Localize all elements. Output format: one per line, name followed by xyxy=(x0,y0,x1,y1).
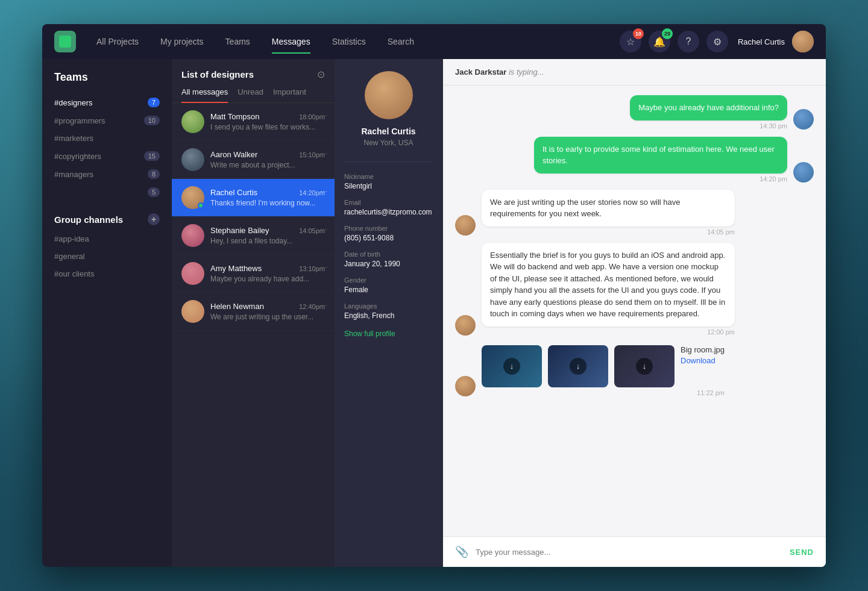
avatar-amy xyxy=(181,262,204,285)
attachment-thumb-3[interactable]: ↓ xyxy=(614,345,675,387)
attachment-info: Big room.jpg Download xyxy=(681,345,725,365)
attach-icon[interactable]: 📎 xyxy=(455,545,468,558)
sidebar-title: Teams xyxy=(42,71,172,93)
msg-options-icon[interactable]: ··· xyxy=(320,186,327,196)
panel-title: List of designers xyxy=(181,69,254,80)
star-badge: 10 xyxy=(633,28,644,39)
logo[interactable] xyxy=(54,31,76,52)
message-timestamp: 14:30 pm xyxy=(760,122,787,130)
nav-my-projects[interactable]: My projects xyxy=(152,32,212,51)
tab-important[interactable]: Important xyxy=(273,87,306,102)
sidebar-item-our-clients[interactable]: #our clients xyxy=(42,265,172,283)
profile-avatar xyxy=(365,71,413,119)
msg-preview: Thanks friend! I'm working now... xyxy=(210,199,325,207)
attachment-thumb-2[interactable]: ↓ xyxy=(548,345,608,387)
programmers-badge: 10 xyxy=(144,116,160,125)
search-icon[interactable]: ⊙ xyxy=(317,69,325,80)
msg-options-icon[interactable]: ··· xyxy=(320,110,327,120)
message-content-amy: Amy Matthews 13:10pm Maybe you already h… xyxy=(210,264,325,283)
message-bubble: Maybe you already have additional info? xyxy=(630,95,787,120)
msg-name: Helen Newman xyxy=(210,302,264,311)
navbar: All Projects My projects Teams Messages … xyxy=(42,24,826,59)
nav-statistics[interactable]: Statistics xyxy=(324,32,374,51)
show-full-profile-button[interactable]: Show full profile xyxy=(344,330,433,338)
msg-name: Amy Matthews xyxy=(210,264,262,273)
chat-avatar-sender xyxy=(793,162,814,183)
sidebar-item-general[interactable]: #general xyxy=(42,248,172,265)
user-avatar[interactable] xyxy=(792,31,814,52)
message-timestamp: 14:05 pm xyxy=(482,228,735,236)
nav-all-projects[interactable]: All Projects xyxy=(88,32,147,51)
nickname-label: Nickname xyxy=(344,173,433,180)
message-bubble: We are just writing up the user stories … xyxy=(482,190,735,227)
send-button[interactable]: SEND xyxy=(790,548,814,557)
add-group-channel-button[interactable]: + xyxy=(148,213,160,225)
languages-label: Languages xyxy=(344,302,433,310)
message-bubble: Essentially the brief is for you guys to… xyxy=(482,243,735,327)
msg-preview: We are just writing up the user... xyxy=(210,313,325,321)
chat-messages: Maybe you already have additional info? … xyxy=(443,86,826,536)
tab-unread[interactable]: Unread xyxy=(237,87,263,102)
attachment-thumb-1[interactable]: ↓ xyxy=(482,345,542,387)
sidebar-item-app-idea[interactable]: #app-idea xyxy=(42,230,172,248)
msg-options-icon[interactable]: ··· xyxy=(320,300,327,310)
download-button-2[interactable]: ↓ xyxy=(570,358,587,375)
teams-channels-section: #designers 7 #programmers 10 #marketers … xyxy=(42,93,172,201)
sidebar-item-programmers[interactable]: #programmers 10 xyxy=(42,111,172,130)
main-content: Teams #designers 7 #programmers 10 #mark… xyxy=(42,59,826,567)
message-item-rachel[interactable]: Rachel Curtis 14:20pm Thanks friend! I'm… xyxy=(172,179,335,217)
chat-avatar-sender xyxy=(793,109,814,130)
profile-location: New York, USA xyxy=(363,139,413,147)
chat-message-2: It is to early to provide some kind of e… xyxy=(455,137,814,183)
message-content-matt: Matt Tompson 18:00pm I send you a few fi… xyxy=(210,112,325,131)
download-button-1[interactable]: ↓ xyxy=(503,358,520,375)
help-button[interactable]: ? xyxy=(678,31,699,52)
download-button-3[interactable]: ↓ xyxy=(636,358,653,375)
message-item-stephanie[interactable]: Stephanie Bailey 14:05pm Hey, I send a f… xyxy=(172,217,335,255)
message-item-amy[interactable]: Amy Matthews 13:10pm Maybe you already h… xyxy=(172,255,335,293)
navbar-actions: ☆ 10 🔔 29 ? ⚙ Rachel Curtis xyxy=(620,31,814,52)
phone-value: (805) 651-9088 xyxy=(344,234,433,242)
message-item-helen[interactable]: Helen Newman 12:40pm We are just writing… xyxy=(172,293,335,331)
typing-text: is typing... xyxy=(509,67,544,77)
message-item-aaron[interactable]: Aaron Walker 15:10pm Write me about a pr… xyxy=(172,141,335,179)
msg-options-icon[interactable]: ··· xyxy=(320,224,327,234)
msg-group-sent-1: Maybe you already have additional info? … xyxy=(630,95,787,130)
sidebar-item-marketers[interactable]: #marketers xyxy=(42,130,172,147)
chat-input[interactable] xyxy=(476,548,782,557)
sidebar-item-designers[interactable]: #designers 7 xyxy=(42,93,172,111)
settings-button[interactable]: ⚙ xyxy=(706,31,728,52)
gender-value: Female xyxy=(344,286,433,294)
sidebar: Teams #designers 7 #programmers 10 #mark… xyxy=(42,59,172,567)
nav-search[interactable]: Search xyxy=(379,32,423,51)
nav-teams[interactable]: Teams xyxy=(217,32,259,51)
designers-badge: 7 xyxy=(148,98,160,107)
dob-label: Date of birth xyxy=(344,251,433,258)
star-button[interactable]: ☆ 10 xyxy=(620,31,641,52)
attachment-download-button[interactable]: Download xyxy=(681,356,725,365)
notification-button[interactable]: 🔔 29 xyxy=(649,31,670,52)
msg-name: Aaron Walker xyxy=(210,150,257,159)
msg-preview: Hey, I send a files today... xyxy=(210,237,325,245)
sidebar-item-managers2[interactable]: 5 xyxy=(42,183,172,201)
chat-avatar-rachel-3 xyxy=(455,376,476,396)
msg-name: Rachel Curtis xyxy=(210,188,257,197)
chat-input-area: 📎 SEND xyxy=(443,536,826,567)
typing-indicator: Jack Darkstar is typing... xyxy=(443,59,826,86)
msg-options-icon[interactable]: ··· xyxy=(320,262,327,272)
nickname-value: Silentgirl xyxy=(344,182,433,190)
gender-label: Gender xyxy=(344,277,433,284)
sidebar-item-managers[interactable]: #managers 8 xyxy=(42,165,172,183)
tab-all-messages[interactable]: All messages xyxy=(181,87,228,102)
chat-message-3: We are just writing up the user stories … xyxy=(455,190,814,236)
message-items: Matt Tompson 18:00pm I send you a few fi… xyxy=(172,103,335,567)
group-channel-label: #our clients xyxy=(54,269,94,278)
chat-avatar-rachel xyxy=(455,215,476,236)
message-item-matt[interactable]: Matt Tompson 18:00pm I send you a few fi… xyxy=(172,103,335,141)
sidebar-item-copyrighters[interactable]: #copyrighters 15 xyxy=(42,147,172,165)
nav-messages[interactable]: Messages xyxy=(263,32,319,51)
msg-options-icon[interactable]: ··· xyxy=(320,148,327,158)
email-value: rachelcurtis@itzpromo.com xyxy=(344,208,433,216)
message-content-aaron: Aaron Walker 15:10pm Write me about a pr… xyxy=(210,150,325,169)
msg-group-received-2: Essentially the brief is for you guys to… xyxy=(482,243,735,336)
